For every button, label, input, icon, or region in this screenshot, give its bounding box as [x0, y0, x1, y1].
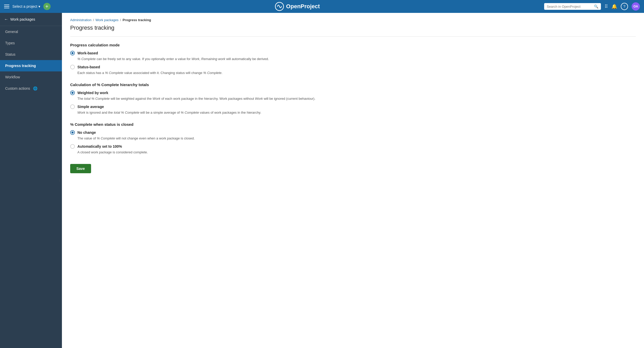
- sidebar-resize-handle[interactable]: ⋮⋮: [60, 175, 62, 186]
- progress-calc-section: Progress calculation mode Work-based % C…: [70, 43, 636, 75]
- breadcrumb-sep-2: /: [120, 18, 121, 22]
- status-based-label[interactable]: Status-based: [77, 65, 100, 69]
- no-change-radio[interactable]: [70, 130, 75, 135]
- sidebar-item-workflow[interactable]: Workflow: [0, 71, 62, 83]
- status-based-option: Status-based Each status has a % Complet…: [70, 65, 636, 76]
- sidebar-item-status[interactable]: Status: [0, 49, 62, 60]
- logo-icon: [275, 2, 284, 11]
- search-box[interactable]: 🔍: [544, 3, 601, 10]
- top-navigation: Select a project ▾ + OpenProject 🔍 ⠿ 🔔 ?…: [0, 0, 644, 13]
- simple-average-option: Simple average Work is ignored and the t…: [70, 104, 636, 115]
- project-selector[interactable]: Select a project ▾: [12, 4, 40, 9]
- breadcrumb-sep-1: /: [93, 18, 94, 22]
- simple-average-radio[interactable]: [70, 104, 75, 109]
- auto-100-option: Automatically set to 100% A closed work …: [70, 144, 636, 155]
- sidebar-item-general[interactable]: General: [0, 26, 62, 37]
- progress-calc-title: Progress calculation mode: [70, 43, 636, 47]
- save-button[interactable]: Save: [70, 164, 91, 173]
- main-content: Administration / Work packages / Progres…: [62, 13, 644, 348]
- weighted-by-work-label[interactable]: Weighted by work: [77, 91, 108, 95]
- status-closed-radio-group: No change The value of % Complete will n…: [70, 130, 636, 155]
- chevron-down-icon: ▾: [38, 4, 40, 9]
- breadcrumb: Administration / Work packages / Progres…: [70, 18, 636, 22]
- simple-average-desc: Work is ignored and the total % Complete…: [77, 110, 636, 115]
- weighted-by-work-desc: The total % Complete will be weighted ag…: [77, 96, 636, 101]
- grid-icon[interactable]: ⠿: [605, 4, 608, 9]
- weighted-by-work-option: Weighted by work The total % Complete wi…: [70, 90, 636, 101]
- no-change-label[interactable]: No change: [77, 130, 96, 135]
- sidebar: ← Work packages General Types Status Pro…: [0, 13, 62, 348]
- work-based-option: Work-based % Complete can be freely set …: [70, 51, 636, 62]
- simple-average-label[interactable]: Simple average: [77, 105, 104, 109]
- no-change-desc: The value of % Complete will not change …: [77, 136, 636, 141]
- avatar[interactable]: OA: [632, 2, 640, 11]
- hierarchy-totals-section: Calculation of % Complete hierarchy tota…: [70, 82, 636, 115]
- hierarchy-totals-title: Calculation of % Complete hierarchy tota…: [70, 82, 636, 87]
- weighted-by-work-radio[interactable]: [70, 90, 75, 95]
- search-input[interactable]: [547, 5, 592, 9]
- page-title: Progress tracking: [70, 24, 636, 31]
- auto-100-label[interactable]: Automatically set to 100%: [77, 144, 122, 148]
- help-icon[interactable]: ?: [621, 3, 628, 10]
- work-based-radio[interactable]: [70, 51, 75, 55]
- calc-mode-radio-group: Work-based % Complete can be freely set …: [70, 51, 636, 75]
- work-based-desc: % Complete can be freely set to any valu…: [77, 56, 636, 62]
- back-arrow-icon: ←: [4, 17, 8, 22]
- work-based-label[interactable]: Work-based: [77, 51, 98, 55]
- status-closed-title: % Complete when status is closed: [70, 122, 636, 127]
- status-closed-section: % Complete when status is closed No chan…: [70, 122, 636, 155]
- breadcrumb-work-packages[interactable]: Work packages: [95, 18, 118, 22]
- breadcrumb-admin[interactable]: Administration: [70, 18, 91, 22]
- app-logo: OpenProject: [275, 2, 320, 11]
- custom-actions-icon: 🌐: [33, 86, 37, 90]
- bell-icon[interactable]: 🔔: [611, 4, 617, 9]
- title-divider: [70, 36, 636, 37]
- status-based-desc: Each status has a % Complete value assoc…: [77, 70, 636, 76]
- sidebar-item-custom-actions[interactable]: Custom actions 🌐: [0, 83, 62, 94]
- sidebar-item-types[interactable]: Types: [0, 37, 62, 49]
- sidebar-item-progress-tracking[interactable]: Progress tracking: [0, 60, 62, 71]
- auto-100-desc: A closed work package is considered comp…: [77, 150, 636, 155]
- status-based-radio[interactable]: [70, 65, 75, 69]
- no-change-option: No change The value of % Complete will n…: [70, 130, 636, 141]
- breadcrumb-current: Progress tracking: [123, 18, 151, 22]
- hamburger-menu[interactable]: [4, 5, 9, 8]
- hierarchy-totals-radio-group: Weighted by work The total % Complete wi…: [70, 90, 636, 115]
- add-project-button[interactable]: +: [43, 3, 51, 10]
- auto-100-radio[interactable]: [70, 144, 75, 149]
- search-icon: 🔍: [594, 4, 598, 9]
- sidebar-back-link[interactable]: ← Work packages: [0, 13, 62, 26]
